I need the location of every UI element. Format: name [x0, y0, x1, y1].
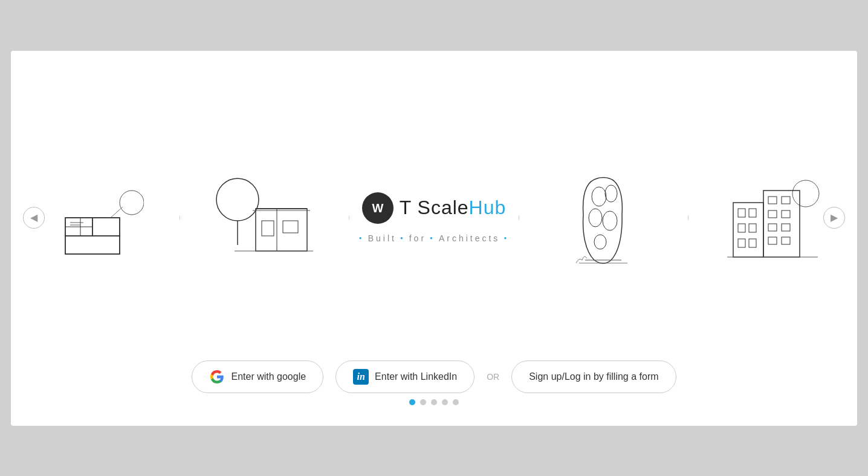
svg-rect-32 — [749, 209, 756, 217]
svg-rect-31 — [738, 209, 745, 217]
logo-icon: W — [362, 192, 394, 224]
svg-rect-35 — [738, 239, 745, 247]
svg-rect-41 — [768, 224, 777, 231]
sketch-house-tree — [180, 157, 349, 278]
svg-rect-40 — [782, 210, 790, 218]
linkedin-signin-label: Enter with LinkedIn — [375, 371, 457, 382]
linkedin-icon: in — [353, 369, 369, 385]
svg-rect-2 — [92, 218, 120, 236]
svg-line-7 — [111, 207, 123, 218]
tagline: ● Built ● for ● Architects ● — [359, 233, 509, 243]
svg-rect-44 — [782, 237, 790, 244]
svg-point-6 — [120, 191, 144, 215]
carousel-next-button[interactable]: ▶ — [823, 207, 845, 229]
slide-center-logo: W T ScaleHub ● Built ● for ● Architects … — [349, 75, 518, 360]
svg-point-25 — [594, 235, 606, 249]
logo-area: W T ScaleHub — [362, 192, 507, 224]
svg-rect-14 — [283, 221, 298, 233]
page-dot-3[interactable] — [431, 399, 437, 405]
google-icon — [209, 369, 225, 385]
svg-point-24 — [603, 211, 617, 230]
carousel-prev-button[interactable]: ◀ — [23, 207, 45, 229]
svg-point-28 — [792, 180, 819, 207]
svg-point-21 — [592, 187, 606, 206]
svg-rect-13 — [262, 221, 274, 236]
svg-point-23 — [589, 209, 602, 227]
svg-rect-36 — [749, 239, 756, 247]
linkedin-signin-button[interactable]: in Enter with LinkedIn — [335, 360, 474, 393]
or-separator: OR — [487, 372, 499, 382]
logo-text: T ScaleHub — [400, 197, 507, 219]
carousel-content: W T ScaleHub ● Built ● for ● Architects … — [11, 75, 857, 360]
svg-rect-38 — [782, 197, 790, 204]
chevron-right-icon: ▶ — [831, 212, 838, 223]
slide-2 — [180, 75, 349, 360]
svg-rect-39 — [768, 210, 777, 218]
page-dot-2[interactable] — [420, 399, 426, 405]
svg-rect-42 — [782, 224, 790, 231]
svg-rect-37 — [768, 197, 777, 204]
svg-rect-43 — [768, 237, 777, 244]
page-dot-1[interactable] — [409, 399, 415, 405]
login-modal: ◀ — [11, 51, 857, 426]
slide-4 — [519, 75, 688, 360]
carousel-area: ◀ — [11, 75, 857, 360]
google-signin-button[interactable]: Enter with google — [192, 360, 323, 393]
svg-rect-34 — [749, 224, 756, 232]
page-dot-5[interactable] — [453, 399, 459, 405]
form-signin-button[interactable]: Sign up/Log in by filling a form — [511, 360, 676, 393]
svg-rect-3 — [65, 236, 120, 254]
pagination-dots — [409, 399, 459, 405]
svg-rect-33 — [738, 224, 745, 232]
svg-rect-12 — [256, 209, 307, 251]
page-dot-4[interactable] — [442, 399, 448, 405]
google-signin-label: Enter with google — [231, 371, 306, 382]
svg-point-10 — [216, 178, 259, 221]
sketch-organic-tower — [519, 157, 688, 278]
chevron-left-icon: ◀ — [30, 212, 37, 223]
svg-text:W: W — [372, 201, 383, 215]
form-signin-label: Sign up/Log in by filling a form — [529, 371, 658, 382]
svg-point-22 — [605, 185, 617, 202]
auth-buttons-area: Enter with google in Enter with LinkedIn… — [192, 360, 676, 393]
